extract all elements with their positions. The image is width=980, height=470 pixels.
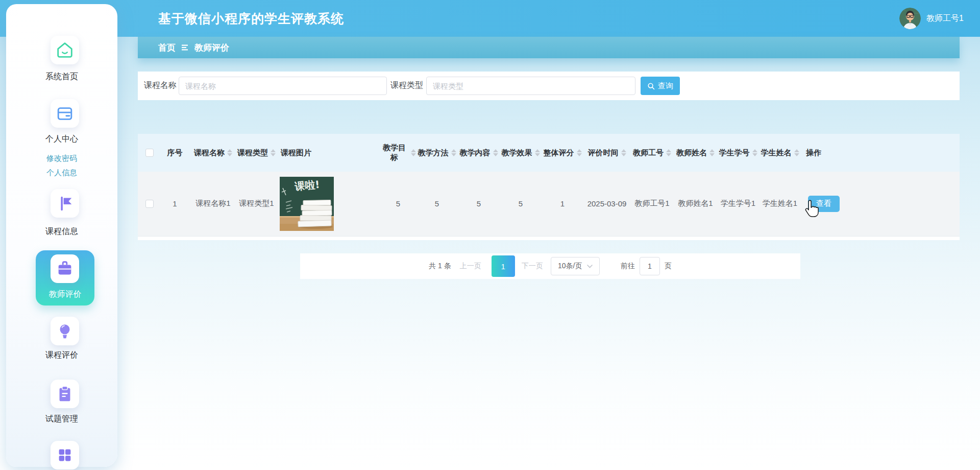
sidebar-item-course-eval[interactable] — [51, 317, 79, 345]
search-icon — [647, 82, 655, 90]
column-label: 评价时间 — [588, 148, 619, 158]
sidebar-item-course-eval-label[interactable]: 课程评价 — [6, 350, 117, 361]
app: 基于微信小程序的学生评教系统 教师工号1 — [0, 0, 980, 470]
breadcrumb-home[interactable]: 首页 — [158, 42, 176, 54]
cell-teacher_name: 教师姓名1 — [674, 172, 717, 236]
page-size-select[interactable]: 10条/页 — [551, 257, 600, 275]
column-label: 教师姓名 — [676, 148, 707, 158]
cell-teaching_content: 5 — [458, 172, 500, 236]
column-label: 序号 — [167, 148, 183, 158]
cell-teacher_id: 教师工号1 — [630, 172, 674, 236]
column-header-course_name[interactable]: 课程名称 — [189, 134, 237, 172]
app-header: 基于微信小程序的学生评教系统 教师工号1 — [0, 0, 980, 37]
course-name-input[interactable] — [179, 77, 387, 95]
cell-course_type: 课程类型1 — [237, 172, 276, 236]
cell-select — [138, 172, 161, 236]
sidebar-subitem-personal-info[interactable]: 个人信息 — [6, 168, 117, 178]
select-all-checkbox[interactable] — [145, 149, 154, 157]
column-header-teaching_content[interactable]: 教学内容 — [458, 134, 500, 172]
avatar[interactable] — [899, 8, 921, 29]
column-label: 教学效果 — [502, 148, 532, 158]
column-label: 教师工号 — [633, 148, 664, 158]
column-header-student_name[interactable]: 学生姓名 — [759, 134, 801, 172]
app-title: 基于微信小程序的学生评教系统 — [158, 0, 344, 37]
sidebar-item-home-label[interactable]: 系统首页 — [6, 72, 117, 82]
sort-caret-icon[interactable] — [271, 149, 276, 156]
column-header-teaching_method[interactable]: 教学方法 — [416, 134, 458, 172]
sort-caret-icon[interactable] — [621, 149, 626, 156]
sort-caret-icon[interactable] — [709, 149, 715, 156]
sort-caret-icon[interactable] — [535, 149, 540, 156]
sidebar-subitem-change-password[interactable]: 修改密码 — [6, 154, 117, 163]
column-label: 教学内容 — [460, 148, 491, 158]
cell-course_name: 课程名称1 — [189, 172, 237, 236]
column-header-select — [138, 134, 161, 172]
sort-caret-icon[interactable] — [752, 149, 757, 156]
current-page-button[interactable]: 1 — [492, 255, 515, 277]
column-header-eval_time[interactable]: 评价时间 — [583, 134, 630, 172]
breadcrumb-current: 教师评价 — [194, 42, 229, 54]
home-icon — [55, 40, 75, 60]
course-type-input[interactable] — [426, 77, 635, 95]
column-label: 课程图片 — [281, 148, 311, 158]
column-label: 操作 — [806, 148, 821, 158]
column-label: 课程类型 — [237, 148, 268, 158]
course-type-label: 课程类型 — [390, 80, 423, 91]
sidebar-item-more[interactable] — [51, 441, 79, 469]
column-label: 学生姓名 — [761, 148, 792, 158]
sidebar-item-profile[interactable] — [51, 99, 79, 128]
row-checkbox[interactable] — [145, 200, 154, 208]
sidebar-item-teacher-eval-label[interactable]: 教师评价 — [36, 289, 94, 300]
query-button-label: 查询 — [658, 81, 673, 91]
sidebar-item-teacher-eval[interactable]: 教师评价 — [36, 250, 94, 306]
cell-student_id: 学生学号1 — [717, 172, 759, 236]
goto-page-input[interactable] — [640, 257, 660, 275]
breadcrumb-separator-icon — [181, 44, 189, 51]
page-size-value: 10条/页 — [558, 262, 582, 271]
column-header-teacher_id[interactable]: 教师工号 — [630, 134, 674, 172]
total-count: 共 1 条 — [429, 262, 451, 271]
table-header-row: 序号课程名称课程类型课程图片教学目标教学方法教学内容教学效果整体评分评价时间教师… — [138, 134, 960, 172]
sort-caret-icon[interactable] — [227, 149, 232, 156]
course-image: 课啦! — [280, 177, 334, 231]
query-button[interactable]: 查询 — [641, 77, 680, 95]
sort-caret-icon[interactable] — [411, 149, 416, 156]
mouse-cursor — [804, 199, 820, 219]
sidebar-item-question-mgmt-label[interactable]: 试题管理 — [6, 414, 117, 425]
column-header-student_id[interactable]: 学生学号 — [717, 134, 759, 172]
next-page-button[interactable]: 下一页 — [522, 262, 543, 271]
sort-caret-icon[interactable] — [451, 149, 456, 156]
search-toolbar: 课程名称 课程类型 查询 — [138, 72, 960, 100]
sidebar-item-question-mgmt[interactable] — [51, 380, 79, 408]
cell-teaching_method: 5 — [416, 172, 458, 236]
cell-student_name: 学生姓名1 — [759, 172, 801, 236]
column-header-index: 序号 — [161, 134, 189, 172]
svg-text:课啦!: 课啦! — [293, 178, 320, 193]
column-header-teaching_effect[interactable]: 教学效果 — [500, 134, 542, 172]
sidebar-item-home[interactable] — [51, 36, 79, 64]
chevron-down-icon — [587, 265, 593, 268]
breadcrumb: 首页 教师评价 — [138, 37, 960, 58]
cell-index: 1 — [161, 172, 189, 236]
column-header-teacher_name[interactable]: 教师姓名 — [674, 134, 717, 172]
column-header-teaching_goal[interactable]: 教学目标 — [380, 134, 416, 172]
clipboard-icon — [55, 384, 75, 404]
column-header-overall_score[interactable]: 整体评分 — [542, 134, 583, 172]
sidebar-item-profile-label[interactable]: 个人中心 — [6, 134, 117, 145]
briefcase-icon — [55, 259, 75, 278]
flag-icon — [55, 194, 75, 213]
sidebar-item-course-info-label[interactable]: 课程信息 — [6, 226, 117, 237]
sort-caret-icon[interactable] — [666, 149, 671, 156]
sort-caret-icon[interactable] — [577, 149, 582, 156]
sort-caret-icon[interactable] — [493, 149, 498, 156]
card-icon — [55, 104, 75, 123]
prev-page-button[interactable]: 上一页 — [460, 262, 481, 271]
sort-caret-icon[interactable] — [794, 149, 799, 156]
column-label: 学生学号 — [719, 148, 750, 158]
sidebar-item-course-info[interactable] — [51, 189, 79, 218]
column-header-course_type[interactable]: 课程类型 — [237, 134, 276, 172]
pagination: 共 1 条 上一页 1 下一页 10条/页 前往 页 — [300, 253, 800, 279]
sidebar-active-icon-card — [51, 254, 79, 283]
cell-course_image: 课啦! — [276, 172, 380, 236]
user-info[interactable]: 教师工号1 — [899, 0, 964, 37]
